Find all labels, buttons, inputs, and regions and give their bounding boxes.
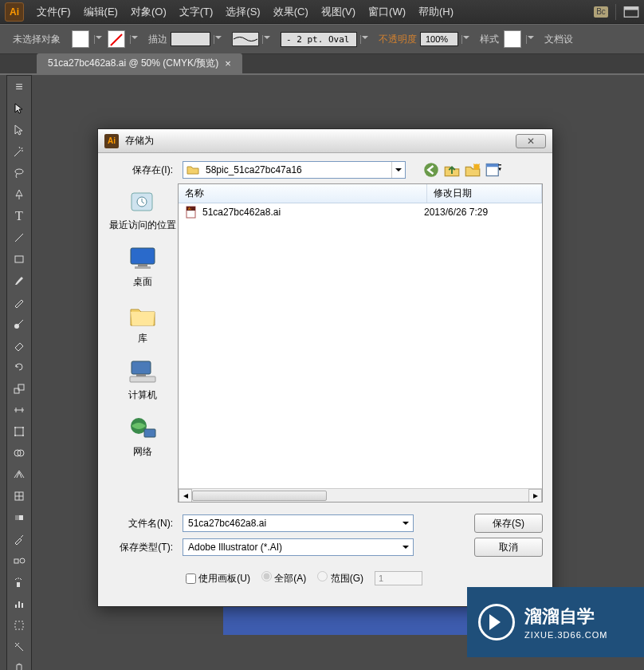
direct-selection-tool[interactable] xyxy=(7,119,31,140)
rotate-tool[interactable] xyxy=(7,356,31,377)
place-libraries[interactable]: 库 xyxy=(127,302,159,345)
dialog-titlebar[interactable]: Ai 存储为 ✕ xyxy=(98,129,552,153)
app-logo: Ai xyxy=(5,2,24,22)
place-recent-label: 最近访问的位置 xyxy=(109,219,176,232)
pen-tool[interactable] xyxy=(7,183,31,205)
place-computer[interactable]: 计算机 xyxy=(127,358,159,402)
pencil-tool[interactable] xyxy=(7,291,31,313)
opacity-label: 不透明度 xyxy=(379,33,417,46)
file-row[interactable]: Ai 51ca27bc462a8.ai 2013/6/26 7:29 xyxy=(179,203,542,221)
up-folder-icon[interactable] xyxy=(444,162,460,178)
separator xyxy=(615,4,616,20)
fill-dropdown[interactable] xyxy=(94,35,103,44)
ai-file-icon: Ai xyxy=(185,206,198,219)
scroll-left-icon[interactable]: ◂ xyxy=(179,489,192,503)
chevron-down-icon[interactable] xyxy=(399,515,412,531)
blob-brush-tool[interactable] xyxy=(7,313,31,334)
fill-swatch[interactable] xyxy=(72,30,89,48)
slice-tool[interactable] xyxy=(7,636,31,657)
opacity-dropdown[interactable] xyxy=(461,35,470,44)
filetype-input[interactable] xyxy=(188,542,399,553)
artboard-tool[interactable] xyxy=(7,614,31,636)
mesh-tool[interactable] xyxy=(7,485,31,506)
back-icon[interactable] xyxy=(423,162,439,178)
magic-wand-tool[interactable] xyxy=(7,140,31,162)
grip-icon[interactable]: ≡ xyxy=(7,76,31,97)
scroll-right-icon[interactable]: ▸ xyxy=(528,489,542,503)
use-artboards-checkbox[interactable]: 使用画板(U) xyxy=(186,572,250,585)
options-bar: 未选择对象 描边 不透明度 样式 文档设 xyxy=(0,24,644,54)
doc-setup-button[interactable]: 文档设 xyxy=(540,33,578,46)
bridge-icon[interactable]: Bc xyxy=(594,6,608,18)
scale-tool[interactable] xyxy=(7,377,31,399)
hand-tool[interactable] xyxy=(7,657,31,670)
menu-help[interactable]: 帮助(H) xyxy=(412,5,460,19)
save-in-input[interactable] xyxy=(202,164,391,175)
menu-edit[interactable]: 编辑(E) xyxy=(77,5,124,19)
lasso-tool[interactable] xyxy=(7,162,31,183)
save-button[interactable]: 保存(S) xyxy=(474,514,543,533)
menu-object[interactable]: 对象(O) xyxy=(124,5,173,19)
type-tool[interactable]: T xyxy=(7,205,31,227)
filename-field[interactable] xyxy=(183,514,414,532)
symbol-sprayer-tool[interactable] xyxy=(7,571,31,593)
rectangle-tool[interactable] xyxy=(7,248,31,270)
file-list-pane: 名称 修改日期 Ai 51ca27bc462a8.ai 2013/6/26 7:… xyxy=(178,183,543,503)
workspace-icon[interactable] xyxy=(623,4,639,20)
opacity-input[interactable] xyxy=(420,32,458,46)
no-selection-label: 未选择对象 xyxy=(8,33,65,46)
range-custom-radio[interactable]: 范围(G) xyxy=(317,571,363,585)
menu-select[interactable]: 选择(S) xyxy=(219,5,266,19)
menu-file[interactable]: 文件(F) xyxy=(30,5,77,19)
gradient-tool[interactable] xyxy=(7,506,31,528)
svg-rect-25 xyxy=(22,603,23,608)
eyedropper-tool[interactable] xyxy=(7,528,31,550)
place-recent[interactable]: 最近访问的位置 xyxy=(109,188,176,232)
brush-dropdown[interactable] xyxy=(360,35,369,44)
style-dropdown[interactable] xyxy=(526,35,535,44)
column-date[interactable]: 修改日期 xyxy=(427,184,542,203)
scroll-thumb[interactable] xyxy=(192,491,327,501)
free-transform-tool[interactable] xyxy=(7,420,31,442)
paintbrush-tool[interactable] xyxy=(7,270,31,291)
chevron-down-icon[interactable] xyxy=(391,162,405,178)
filename-input[interactable] xyxy=(188,518,399,529)
stroke-swatch[interactable] xyxy=(108,30,125,48)
stroke-dropdown[interactable] xyxy=(130,35,139,44)
shape-builder-tool[interactable] xyxy=(7,442,31,463)
close-icon[interactable]: × xyxy=(225,57,231,69)
cancel-button[interactable]: 取消 xyxy=(474,538,543,557)
svg-point-10 xyxy=(22,427,24,428)
perspective-grid-tool[interactable] xyxy=(7,463,31,485)
column-name[interactable]: 名称 xyxy=(179,184,427,203)
stroke-weight-dropdown[interactable] xyxy=(214,35,222,44)
place-desktop[interactable]: 桌面 xyxy=(127,245,159,289)
eraser-tool[interactable] xyxy=(7,334,31,356)
brush-preset-input[interactable] xyxy=(281,32,357,47)
menu-effect[interactable]: 效果(C) xyxy=(267,5,315,19)
selection-tool[interactable] xyxy=(7,97,31,119)
horizontal-scrollbar[interactable]: ◂ ▸ xyxy=(179,488,542,502)
filetype-field[interactable] xyxy=(183,538,414,556)
close-button[interactable]: ✕ xyxy=(516,134,546,148)
column-graph-tool[interactable] xyxy=(7,593,31,614)
chevron-down-icon[interactable] xyxy=(399,539,412,555)
stroke-weight-input[interactable] xyxy=(171,32,210,46)
svg-rect-22 xyxy=(17,582,20,587)
menu-window[interactable]: 窗口(W) xyxy=(362,5,412,19)
save-in-combo[interactable] xyxy=(183,161,406,179)
style-swatch[interactable] xyxy=(504,30,521,48)
place-network[interactable]: 网络 xyxy=(127,415,159,459)
width-tool[interactable] xyxy=(7,399,31,420)
document-tab[interactable]: 51ca27bc462a8.ai @ 50% (CMYK/预览) × xyxy=(37,53,242,73)
blend-tool[interactable] xyxy=(7,550,31,571)
profile-dropdown[interactable] xyxy=(262,35,271,44)
svg-rect-4 xyxy=(15,256,23,262)
line-tool[interactable] xyxy=(7,227,31,248)
menu-view[interactable]: 视图(V) xyxy=(315,5,362,19)
range-input[interactable] xyxy=(375,571,422,585)
range-all-radio[interactable]: 全部(A) xyxy=(261,571,306,585)
new-folder-icon[interactable] xyxy=(465,162,481,178)
menu-type[interactable]: 文字(T) xyxy=(173,5,220,19)
view-menu-icon[interactable] xyxy=(485,162,501,178)
